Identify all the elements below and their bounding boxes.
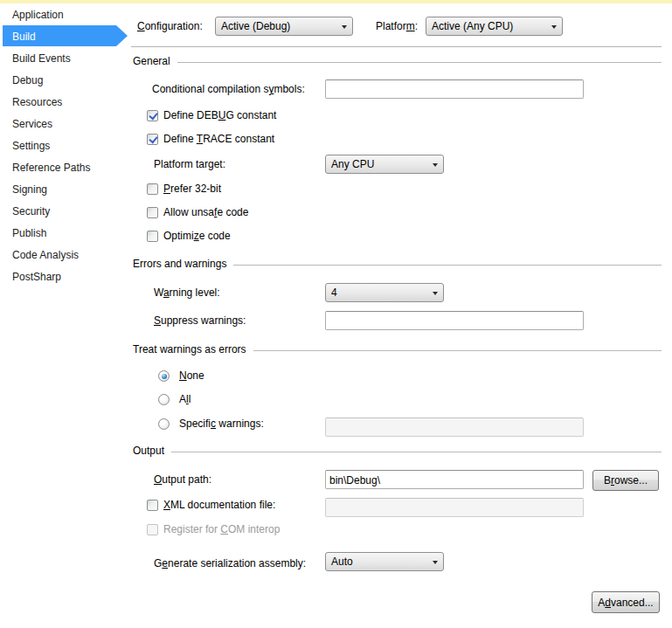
sidebar-item-resources[interactable]: Resources: [0, 91, 131, 113]
sidebar-item-reference-paths[interactable]: Reference Paths: [0, 156, 131, 178]
treat-warnings-all-radio[interactable]: [158, 394, 170, 405]
platform-select[interactable]: Active (Any CPU): [426, 17, 563, 36]
prefer-32bit-label: Prefer 32-bit: [163, 183, 221, 195]
treat-warnings-specific-radio[interactable]: [158, 418, 170, 430]
sidebar-item-label: Publish: [12, 227, 46, 239]
sidebar-item-label: Services: [12, 118, 52, 130]
browse-button[interactable]: Browse...: [592, 470, 659, 491]
section-title: Treat warnings as errors: [133, 343, 253, 355]
sidebar-item-publish[interactable]: Publish: [0, 222, 131, 244]
define-debug-label: Define DEBUG constant: [163, 109, 276, 121]
allow-unsafe-code-label: Allow unsafe code: [163, 206, 248, 218]
chevron-down-icon: [433, 163, 438, 167]
configuration-value: Active (Debug): [221, 20, 290, 32]
chevron-down-icon: [342, 25, 347, 29]
sidebar-item-label: Build: [12, 31, 36, 43]
build-properties-page: { "colors": { "selection_blue": "#3999f8…: [0, 0, 672, 628]
warning-level-select[interactable]: 4: [325, 283, 444, 302]
sidebar-item-label: Debug: [12, 74, 43, 86]
suppress-warnings-input[interactable]: [325, 311, 584, 330]
section-rule: [233, 265, 662, 266]
section-general: General: [133, 55, 662, 67]
sidebar-item-build-events[interactable]: Build Events: [0, 47, 131, 69]
specific-warnings-input: [325, 418, 584, 437]
sidebar-item-signing[interactable]: Signing: [0, 178, 131, 200]
configuration-label: Configuration:: [137, 20, 203, 32]
treat-warnings-none-radio[interactable]: [158, 370, 170, 382]
platform-label: Platform:: [376, 20, 418, 32]
sidebar-item-label: Signing: [12, 183, 47, 196]
output-path-input[interactable]: [325, 470, 584, 489]
platform-target-label: Platform target:: [154, 158, 225, 170]
configuration-select[interactable]: Active (Debug): [215, 17, 353, 36]
chevron-down-icon: [551, 25, 557, 29]
advanced-button-label: Advanced...: [598, 597, 653, 609]
sidebar-item-code-analysis[interactable]: Code Analysis: [0, 244, 131, 266]
platform-target-value: Any CPU: [331, 158, 374, 170]
sidebar-item-label: Code Analysis: [12, 249, 79, 261]
sidebar-item-debug[interactable]: Debug: [0, 69, 131, 91]
treat-warnings-all-label: All: [179, 393, 191, 405]
sidebar: Application Build Build Events Debug Res…: [0, 3, 131, 287]
define-trace-checkbox[interactable]: [147, 134, 158, 145]
sidebar-item-services[interactable]: Services: [0, 113, 131, 135]
sidebar-item-label: Application: [12, 9, 64, 21]
treat-warnings-specific-label: Specific warnings:: [179, 418, 264, 430]
xml-documentation-file-label: XML documentation file:: [163, 499, 275, 511]
conditional-compilation-symbols-input[interactable]: [325, 79, 584, 99]
section-rule: [171, 452, 662, 452]
generate-serialization-assembly-select[interactable]: Auto: [325, 552, 444, 571]
section-title: Output: [133, 445, 171, 457]
platform-value: Active (Any CPU): [432, 20, 513, 32]
sidebar-item-settings[interactable]: Settings: [0, 135, 131, 156]
chevron-down-icon: [433, 292, 438, 295]
register-com-interop-label: Register for COM interop: [163, 523, 280, 535]
sidebar-item-label: Build Events: [12, 52, 71, 65]
treat-warnings-none-label: None: [179, 369, 204, 382]
sidebar-item-label: Resources: [12, 96, 62, 108]
xml-documentation-file-checkbox[interactable]: [147, 500, 158, 511]
section-rule: [177, 62, 662, 63]
sidebar-item-label: Security: [12, 205, 50, 217]
warning-level-value: 4: [331, 286, 337, 299]
optimize-code-label: Optimize code: [163, 230, 231, 242]
suppress-warnings-label: Suppress warnings:: [154, 314, 246, 327]
prefer-32bit-checkbox[interactable]: [147, 183, 158, 195]
define-debug-checkbox[interactable]: [147, 110, 158, 121]
allow-unsafe-code-checkbox[interactable]: [147, 207, 158, 218]
sidebar-item-application[interactable]: Application: [0, 3, 131, 25]
sidebar-item-label: Reference Paths: [12, 162, 90, 174]
xml-documentation-file-input: [325, 498, 584, 517]
topbar-separator: [131, 46, 662, 47]
section-treat-warnings-as-errors: Treat warnings as errors: [133, 343, 662, 355]
sidebar-item-postsharp[interactable]: PostSharp: [0, 266, 131, 287]
define-trace-label: Define TRACE constant: [163, 133, 274, 145]
output-path-label: Output path:: [154, 473, 211, 486]
section-title: Errors and warnings: [133, 258, 233, 270]
sidebar-item-security[interactable]: Security: [0, 200, 131, 222]
chevron-down-icon: [433, 561, 438, 564]
section-errors-and-warnings: Errors and warnings: [133, 258, 662, 270]
section-rule: [253, 350, 662, 351]
sidebar-item-build[interactable]: Build: [0, 25, 131, 47]
browse-button-label: Browse...: [604, 474, 648, 487]
platform-target-select[interactable]: Any CPU: [325, 155, 444, 174]
advanced-button[interactable]: Advanced...: [592, 591, 660, 613]
sidebar-item-label: PostSharp: [12, 271, 61, 283]
section-output: Output: [133, 445, 662, 457]
generate-serialization-assembly-label: Generate serialization assembly:: [154, 557, 306, 569]
optimize-code-checkbox[interactable]: [147, 231, 158, 242]
warning-level-label: Warning level:: [154, 286, 220, 299]
sidebar-item-label: Settings: [12, 140, 50, 152]
conditional-compilation-symbols-label: Conditional compilation symbols:: [152, 83, 305, 95]
register-com-interop-checkbox: [147, 524, 158, 535]
section-title: General: [133, 55, 177, 67]
generate-serialization-assembly-value: Auto: [331, 556, 353, 568]
